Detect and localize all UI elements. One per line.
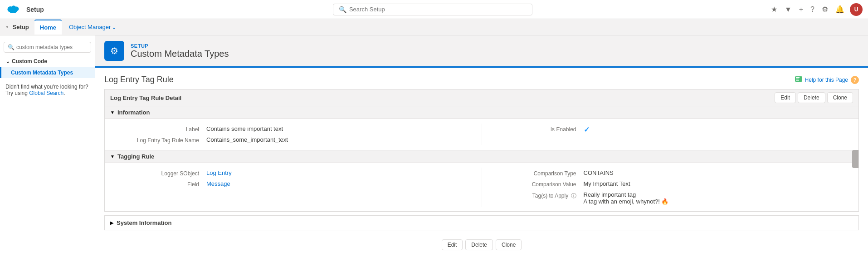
top-nav-right: ★ ▼ + ? ⚙ 🔔 U bbox=[769, 3, 863, 16]
sidebar-section-custom-code[interactable]: ⌄ Custom Code bbox=[0, 55, 95, 67]
tagging-rule-section: ▼ Tagging Rule Logger SObject Log Entry bbox=[105, 150, 858, 211]
help-question-icon[interactable]: ? bbox=[851, 76, 859, 84]
tags-to-apply-key: Tag(s) to Apply ⓘ bbox=[482, 191, 582, 205]
record-title-bar: Log Entry Tag Rule Help for this Page ? bbox=[95, 68, 868, 89]
label-field-key: Label bbox=[105, 125, 205, 133]
information-left-col: Label Contains some important text Log E… bbox=[105, 124, 482, 145]
salesforce-logo[interactable] bbox=[5, 4, 22, 15]
sidebar-search-icon: 🔍 bbox=[8, 44, 15, 50]
top-nav-left: Setup bbox=[5, 4, 96, 15]
bottom-buttons: Edit Delete Clone bbox=[95, 234, 868, 259]
tags-to-apply-field-row: Tag(s) to Apply ⓘ Really important tag A… bbox=[482, 189, 859, 207]
information-section: ▼ Information Label Contains some import… bbox=[105, 106, 858, 150]
notifications-icon[interactable]: 🔔 bbox=[834, 3, 846, 15]
bottom-delete-button[interactable]: Delete bbox=[465, 239, 493, 250]
page-header: ⚙ SETUP Custom Metadata Types bbox=[95, 35, 868, 68]
tab-home[interactable]: Home bbox=[34, 20, 62, 35]
detail-section-buttons: Edit Delete Clone bbox=[775, 92, 853, 103]
gear-icon: ⚙ bbox=[110, 45, 118, 56]
tags-label: Tag(s) to Apply bbox=[532, 193, 568, 199]
information-section-body: Label Contains some important text Log E… bbox=[105, 119, 858, 150]
page-header-text: SETUP Custom Metadata Types bbox=[131, 43, 229, 59]
detail-section-title: Log Entry Tag Rule Detail bbox=[110, 94, 181, 101]
top-nav-center: 🔍 bbox=[96, 4, 769, 15]
setup-label: Setup bbox=[13, 24, 29, 30]
help-icon[interactable]: ? bbox=[809, 4, 816, 15]
comparison-type-key: Comparison Type bbox=[482, 169, 582, 177]
tab-home-label: Home bbox=[40, 24, 56, 31]
comparison-type-field-row: Comparison Type CONTAINS bbox=[482, 168, 859, 179]
tags-to-apply-value: Really important tag A tag with an emoji… bbox=[582, 191, 859, 205]
settings-icon[interactable]: ⚙ bbox=[820, 3, 830, 15]
record-title: Log Entry Tag Rule bbox=[104, 75, 174, 84]
rule-name-field-key: Log Entry Tag Rule Name bbox=[105, 136, 205, 144]
comparison-value-field-row: Comparison Value My Important Text bbox=[482, 179, 859, 189]
tags-help-icon[interactable]: ⓘ bbox=[571, 193, 576, 199]
sidebar: 🔍 ⌄ Custom Code Custom Metadata Types Di… bbox=[0, 35, 95, 268]
content-area: ⚙ SETUP Custom Metadata Types Log Entry … bbox=[95, 35, 868, 268]
rule-name-field-value: Contains_some_important_text bbox=[205, 136, 482, 144]
logger-sobject-link[interactable]: Log Entry bbox=[206, 169, 232, 176]
information-section-header[interactable]: ▼ Information bbox=[105, 106, 858, 119]
tagging-rule-section-body: Logger SObject Log Entry Field Message bbox=[105, 163, 858, 211]
page-title: Custom Metadata Types bbox=[131, 49, 229, 59]
help-link[interactable]: Help for this Page ? bbox=[795, 76, 859, 84]
detail-section-header: Log Entry Tag Rule Detail Edit Delete Cl… bbox=[105, 89, 858, 106]
is-enabled-field-value: ✓ bbox=[582, 125, 859, 134]
favorites-dropdown-icon[interactable]: ▼ bbox=[783, 4, 794, 15]
bottom-edit-button[interactable]: Edit bbox=[442, 239, 463, 250]
user-avatar[interactable]: U bbox=[850, 3, 863, 16]
tagging-rule-arrow: ▼ bbox=[110, 154, 115, 159]
sidebar-hint-text: Didn't find what you're looking for?Try … bbox=[5, 84, 88, 96]
logger-sobject-field-row: Logger SObject Log Entry bbox=[105, 168, 482, 179]
sidebar-section-label: Custom Code bbox=[12, 58, 47, 65]
comparison-value-key: Comparison Value bbox=[482, 180, 582, 188]
app-name-label: Setup bbox=[26, 6, 44, 13]
svg-rect-6 bbox=[796, 77, 800, 78]
comparison-value-value: My Important Text bbox=[582, 180, 859, 188]
top-navigation: Setup 🔍 ★ ▼ + ? ⚙ 🔔 U bbox=[0, 0, 868, 19]
field-value-display: Message bbox=[205, 180, 482, 188]
comparison-type-value: CONTAINS bbox=[582, 169, 859, 177]
search-icon: 🔍 bbox=[339, 6, 346, 13]
system-info-header[interactable]: ▶ System Information bbox=[105, 216, 858, 230]
logger-sobject-key: Logger SObject bbox=[105, 169, 205, 177]
sidebar-search-input[interactable] bbox=[16, 44, 87, 50]
delete-button[interactable]: Delete bbox=[798, 92, 825, 103]
sidebar-search-container[interactable]: 🔍 bbox=[4, 42, 91, 53]
search-input[interactable] bbox=[349, 6, 527, 13]
bottom-clone-button[interactable]: Clone bbox=[496, 239, 522, 250]
detail-section: Log Entry Tag Rule Detail Edit Delete Cl… bbox=[104, 89, 859, 212]
svg-rect-7 bbox=[796, 79, 799, 79]
scroll-nub[interactable] bbox=[852, 150, 858, 168]
label-field-value: Contains some important text bbox=[205, 125, 482, 133]
field-link[interactable]: Message bbox=[206, 180, 230, 187]
svg-rect-8 bbox=[796, 80, 799, 81]
second-navigation: ▫ Setup Home Object Manager ⌄ bbox=[0, 19, 868, 35]
field-key: Field bbox=[105, 180, 205, 188]
help-page-icon bbox=[795, 76, 802, 84]
tag-value-2: A tag with an emoji, whynot?! 🔥 bbox=[584, 198, 859, 205]
tag-value-1: Really important tag bbox=[584, 191, 859, 198]
favorites-icon[interactable]: ★ bbox=[769, 3, 779, 15]
sidebar-item-custom-metadata-types[interactable]: Custom Metadata Types bbox=[0, 67, 95, 78]
page-header-icon: ⚙ bbox=[104, 41, 124, 61]
tagging-rule-section-title: Tagging Rule bbox=[117, 153, 154, 160]
global-search-bar[interactable]: 🔍 bbox=[333, 4, 532, 15]
tagging-rule-section-header[interactable]: ▼ Tagging Rule bbox=[105, 150, 858, 163]
information-section-title: Information bbox=[117, 109, 150, 116]
sidebar-section-arrow: ⌄ bbox=[5, 58, 10, 65]
system-info-title: System Information bbox=[117, 219, 171, 226]
information-fields: Label Contains some important text Log E… bbox=[105, 124, 858, 145]
information-arrow: ▼ bbox=[110, 110, 115, 115]
object-manager-dropdown-icon: ⌄ bbox=[112, 24, 117, 30]
label-field-row: Label Contains some important text bbox=[105, 124, 482, 134]
global-search-link[interactable]: Global Search bbox=[29, 90, 63, 96]
clone-button[interactable]: Clone bbox=[827, 92, 853, 103]
app-launcher-icon[interactable]: ▫ bbox=[5, 23, 8, 31]
tab-object-manager[interactable]: Object Manager ⌄ bbox=[63, 20, 122, 34]
tagging-rule-fields: Logger SObject Log Entry Field Message bbox=[105, 168, 858, 207]
add-icon[interactable]: + bbox=[797, 4, 805, 15]
edit-button[interactable]: Edit bbox=[775, 92, 796, 103]
rule-name-field-row: Log Entry Tag Rule Name Contains_some_im… bbox=[105, 134, 482, 145]
